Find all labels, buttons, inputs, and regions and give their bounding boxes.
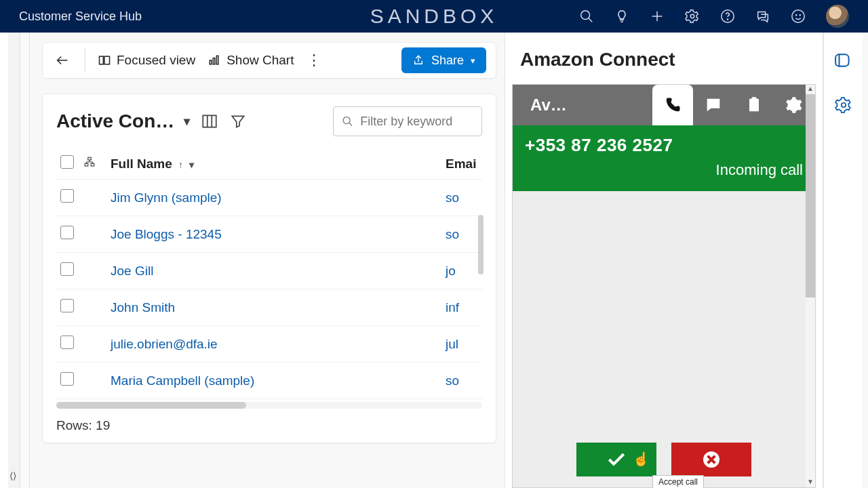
add-icon[interactable] — [650, 9, 665, 24]
environment-badge: SANDBOX — [370, 5, 498, 28]
lightbulb-icon[interactable] — [614, 9, 629, 24]
vertical-scrollbar-thumb[interactable] — [478, 215, 484, 274]
left-strip — [0, 33, 8, 488]
command-bar: Focused view Show Chart ⋮ Share ▾ — [42, 42, 496, 79]
row-checkbox[interactable] — [60, 372, 74, 386]
horizontal-scrollbar-thumb[interactable] — [56, 402, 246, 409]
row-checkbox[interactable] — [60, 299, 74, 312]
svg-point-6 — [727, 19, 728, 20]
search-icon[interactable] — [579, 9, 594, 24]
svg-line-20 — [349, 123, 352, 125]
sort-asc-icon: ↑ — [178, 159, 183, 170]
tab-voice[interactable] — [652, 85, 693, 125]
gear-icon[interactable] — [835, 96, 852, 114]
help-icon[interactable] — [720, 9, 735, 24]
chevron-down-icon: ▾ — [471, 56, 475, 66]
reject-call-button[interactable] — [671, 443, 751, 476]
agent-status-dropdown[interactable]: Av… — [513, 96, 614, 115]
smiley-icon[interactable] — [791, 9, 806, 24]
svg-point-19 — [343, 117, 350, 124]
svg-point-0 — [581, 11, 590, 20]
svg-rect-13 — [210, 60, 212, 64]
accept-call-button[interactable]: ☝ — [576, 443, 656, 476]
top-nav: Customer Service Hub SANDBOX — [0, 0, 868, 33]
svg-rect-23 — [91, 163, 94, 166]
back-button[interactable] — [52, 50, 73, 70]
row-checkbox[interactable] — [60, 262, 74, 276]
row-checkbox[interactable] — [60, 226, 74, 239]
caller-number: +353 87 236 2527 — [525, 135, 803, 156]
svg-rect-12 — [104, 56, 110, 64]
hierarchy-icon[interactable] — [83, 156, 96, 168]
ccp-scrollbar[interactable]: ▲ ▼ — [806, 85, 815, 487]
horizontal-scrollbar[interactable] — [56, 402, 482, 409]
tab-chat[interactable] — [693, 85, 734, 125]
call-state: Incoming call — [525, 161, 803, 179]
chevron-down-icon: ▾ — [189, 159, 194, 170]
contact-email[interactable]: jul — [441, 326, 482, 363]
view-name: Active Con… — [56, 110, 174, 132]
connect-panel-title: Amazon Connect — [505, 33, 823, 80]
contact-email[interactable]: so — [441, 180, 482, 216]
incoming-call-banner: +353 87 236 2527 Incoming call — [513, 125, 815, 191]
ccp-body: ☝ Accept call — [513, 191, 815, 487]
svg-rect-11 — [100, 56, 104, 64]
svg-point-7 — [792, 10, 804, 22]
table-row[interactable]: Joe Gilljo — [56, 253, 482, 289]
right-rail — [823, 33, 863, 488]
amazon-connect-panel: Amazon Connect Av… +353 87 236 2527 Inco… — [505, 33, 823, 488]
contact-name[interactable]: julie.obrien@dfa.ie — [106, 326, 441, 363]
select-all-checkbox[interactable] — [60, 155, 74, 169]
view-switcher[interactable]: Active Con… ▾ — [56, 110, 190, 132]
svg-point-8 — [796, 15, 797, 16]
table-row[interactable]: Jim Glynn (sample)so — [56, 180, 482, 216]
share-button[interactable]: Share ▾ — [401, 47, 486, 73]
svg-line-1 — [589, 18, 593, 22]
focused-view-button[interactable]: Focused view — [98, 53, 195, 68]
contact-email[interactable]: so — [441, 363, 482, 399]
svg-point-4 — [690, 14, 694, 18]
tooltip-accept-call: Accept call — [652, 475, 704, 488]
row-checkbox[interactable] — [60, 189, 74, 203]
filter-icon[interactable] — [229, 113, 247, 130]
contact-email[interactable]: so — [441, 216, 482, 253]
contact-name[interactable]: Maria Campbell (sample) — [106, 363, 441, 399]
contact-name[interactable]: Jim Glynn (sample) — [106, 180, 441, 216]
svg-rect-24 — [749, 99, 759, 112]
avatar[interactable] — [826, 5, 849, 28]
app-title: Customer Service Hub — [19, 9, 142, 24]
svg-rect-15 — [217, 56, 219, 64]
col-email[interactable]: Emai — [441, 148, 482, 180]
contact-name[interactable]: Joe Bloggs - 12345 — [106, 216, 441, 253]
contacts-grid: Full Name ↑ ▾ Emai Jim Glynn (sample)soJ… — [56, 148, 482, 399]
edit-columns-icon[interactable] — [201, 113, 218, 130]
table-row[interactable]: julie.obrien@dfa.iejul — [56, 326, 482, 363]
table-row[interactable]: Maria Campbell (sample)so — [56, 363, 482, 399]
filter-input[interactable] — [360, 115, 473, 129]
show-chart-button[interactable]: Show Chart — [208, 53, 294, 68]
tab-tasks[interactable] — [734, 85, 774, 125]
gear-icon[interactable] — [685, 9, 700, 24]
more-button[interactable]: ⋮ — [306, 52, 322, 69]
contact-name[interactable]: John Smith — [106, 289, 441, 326]
grid-card: Active Con… ▾ — [42, 94, 496, 443]
collapse-chevron-icon[interactable]: ⟨⟩ — [9, 470, 16, 481]
row-checkbox[interactable] — [60, 336, 74, 349]
svg-point-30 — [841, 103, 846, 108]
filter-input-wrap[interactable] — [333, 106, 482, 136]
copilot-icon[interactable] — [835, 52, 852, 69]
table-row[interactable]: Joe Bloggs - 12345so — [56, 216, 482, 253]
contact-email[interactable]: jo — [441, 253, 482, 289]
svg-rect-22 — [85, 163, 88, 166]
share-label: Share — [431, 54, 464, 68]
ccp-container: Av… +353 87 236 2527 Incoming call — [512, 84, 816, 488]
contact-email[interactable]: inf — [441, 289, 482, 326]
chat-icon[interactable] — [755, 9, 770, 24]
left-gutter[interactable]: ⟨⟩ — [8, 33, 20, 488]
col-fullname[interactable]: Full Name ↑ ▾ — [106, 148, 441, 180]
table-row[interactable]: John Smithinf — [56, 289, 482, 326]
left-nav-collapsed[interactable] — [20, 33, 30, 488]
show-chart-label: Show Chart — [226, 53, 294, 68]
contact-name[interactable]: Joe Gill — [106, 253, 441, 289]
chevron-down-icon: ▾ — [184, 114, 190, 129]
